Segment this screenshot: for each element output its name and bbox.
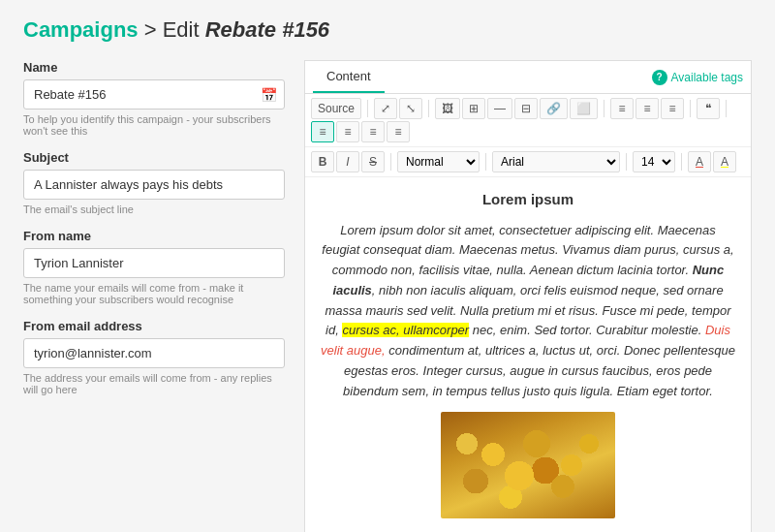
style-select[interactable]: Normal Heading 1 Heading 2 bbox=[397, 151, 480, 172]
from-email-label: From email address bbox=[23, 319, 285, 333]
separator-5 bbox=[726, 100, 727, 117]
subject-hint: The email's subject line bbox=[23, 203, 285, 215]
from-name-label: From name bbox=[23, 229, 285, 243]
insert-special-button[interactable]: ⊟ bbox=[514, 98, 538, 119]
from-email-field-group: From email address The address your emai… bbox=[23, 319, 285, 395]
unlink-button[interactable]: ⬜ bbox=[570, 98, 598, 119]
help-icon: ? bbox=[652, 70, 667, 85]
two-column-layout: Name 📅 To help you identify this campaig… bbox=[23, 60, 752, 532]
font-highlight-button[interactable]: A bbox=[713, 151, 736, 172]
page-wrapper: Campaigns > Edit Rebate #156 Name 📅 To h… bbox=[0, 0, 775, 532]
bold-button[interactable]: B bbox=[311, 151, 334, 172]
from-email-hint: The address your emails will come from -… bbox=[23, 372, 285, 395]
subject-input[interactable] bbox=[23, 170, 285, 200]
align-center-button[interactable]: ≡ bbox=[336, 121, 359, 142]
coins-visual bbox=[441, 412, 615, 518]
strikethrough-button[interactable]: S bbox=[361, 151, 385, 172]
page-title: Campaigns > Edit Rebate #156 bbox=[23, 17, 752, 43]
editor-tabs: Content ? Available tags bbox=[305, 61, 751, 94]
source-button[interactable]: Source bbox=[311, 98, 361, 119]
separator-4 bbox=[690, 100, 691, 117]
name-input-wrapper: 📅 bbox=[23, 79, 285, 110]
indent-button[interactable]: ≡ bbox=[661, 98, 684, 119]
separator-1 bbox=[367, 100, 368, 117]
expand-button[interactable]: ⤢ bbox=[374, 98, 397, 119]
editor-content-title: Lorem ipsum bbox=[321, 189, 735, 211]
separator-2 bbox=[428, 100, 429, 117]
calendar-icon: 📅 bbox=[261, 87, 277, 103]
insert-image-button[interactable]: 🖼 bbox=[435, 98, 460, 119]
subject-label: Subject bbox=[23, 150, 285, 165]
name-field-group: Name 📅 To help you identify this campaig… bbox=[23, 60, 285, 137]
separator-8 bbox=[626, 153, 627, 171]
from-name-hint: The name your emails will come from - ma… bbox=[23, 282, 285, 305]
blockquote-button[interactable]: ❝ bbox=[697, 98, 720, 119]
separator-7 bbox=[485, 153, 486, 171]
editor-body[interactable]: Lorem ipsum Lorem ipsum dolor sit amet, … bbox=[305, 177, 751, 532]
editor-content-body: Lorem ipsum dolor sit amet, consectetuer… bbox=[321, 221, 735, 402]
name-label: Name bbox=[23, 60, 285, 75]
shrink-button[interactable]: ⤡ bbox=[399, 98, 422, 119]
separator-3 bbox=[604, 100, 604, 117]
from-email-input[interactable] bbox=[23, 338, 285, 368]
name-input[interactable] bbox=[23, 79, 285, 110]
insert-hr-button[interactable]: — bbox=[487, 98, 512, 119]
left-column: Name 📅 To help you identify this campaig… bbox=[23, 60, 285, 409]
from-name-input[interactable] bbox=[23, 248, 285, 278]
align-justify-button[interactable]: ≡ bbox=[387, 121, 410, 142]
insert-table-button[interactable]: ⊞ bbox=[462, 98, 485, 119]
font-select[interactable]: Arial Times New Roman Verdana bbox=[492, 151, 620, 172]
available-tags-link[interactable]: ? Available tags bbox=[652, 70, 744, 85]
from-name-field-group: From name The name your emails will come… bbox=[23, 229, 285, 305]
toolbar-row-1: Source ⤢ ⤡ 🖼 ⊞ — ⊟ 🔗 ⬜ ≡ ≡ ≡ ❝ bbox=[305, 94, 751, 147]
italic-button[interactable]: I bbox=[336, 151, 359, 172]
editor-panel: Content ? Available tags Source ⤢ ⤡ 🖼 ⊞ … bbox=[304, 60, 752, 532]
font-color-button[interactable]: A bbox=[688, 151, 711, 172]
name-hint: To help you identify this campaign - you… bbox=[23, 113, 285, 137]
toolbar-row-2: B I S Normal Heading 1 Heading 2 Arial T… bbox=[305, 147, 751, 177]
link-button[interactable]: 🔗 bbox=[540, 98, 568, 119]
align-right-button[interactable]: ≡ bbox=[361, 121, 385, 142]
size-select[interactable]: 14 10 12 16 18 bbox=[633, 151, 675, 172]
coins-image bbox=[441, 412, 615, 518]
separator-6 bbox=[390, 153, 391, 171]
separator-9 bbox=[681, 153, 682, 171]
main-content: Campaigns > Edit Rebate #156 Name 📅 To h… bbox=[0, 0, 775, 532]
campaigns-link[interactable]: Campaigns bbox=[23, 17, 139, 42]
highlighted-span: cursus ac, ullamcorper bbox=[342, 323, 469, 337]
subject-field-group: Subject The email's subject line bbox=[23, 150, 285, 215]
align-left-button[interactable]: ≡ bbox=[311, 121, 334, 142]
ordered-list-button[interactable]: ≡ bbox=[610, 98, 634, 119]
unordered-list-button[interactable]: ≡ bbox=[636, 98, 659, 119]
tab-content[interactable]: Content bbox=[313, 61, 385, 93]
